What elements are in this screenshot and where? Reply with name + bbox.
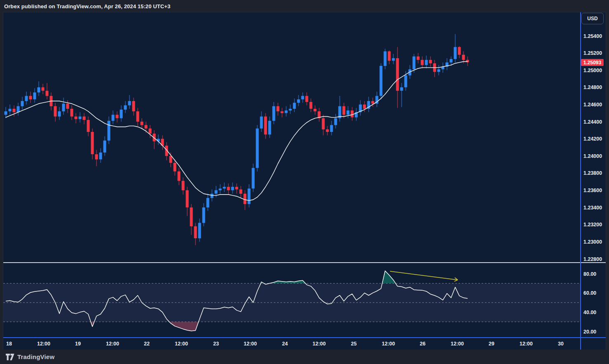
candle-body — [46, 91, 49, 96]
candle-body — [351, 110, 354, 117]
candle-body — [400, 87, 403, 91]
candle-body — [75, 117, 78, 119]
rsi-axis-label[interactable]: 40.00 — [583, 310, 596, 315]
candle-body — [326, 129, 329, 132]
candle-body — [454, 47, 457, 59]
tradingview-published-chart: { "header": { "published_line": "Orbex p… — [0, 0, 609, 364]
candle-body — [190, 207, 193, 226]
price-axis-label[interactable]: 1.22800 — [583, 256, 602, 262]
time-axis-label[interactable]: 12:00 — [106, 341, 119, 347]
price-axis-label[interactable]: 1.23400 — [583, 205, 602, 211]
candle-body — [264, 117, 267, 135]
candle-body — [363, 105, 366, 109]
candle-body — [252, 168, 255, 188]
time-axis-label[interactable]: 12:00 — [175, 341, 188, 347]
price-axis-label[interactable]: 1.24000 — [583, 153, 602, 159]
candle-body — [194, 226, 197, 238]
time-axis-label[interactable]: 12:00 — [520, 341, 533, 347]
tradingview-brand-text[interactable]: TradingView — [17, 353, 54, 360]
candle-body — [202, 207, 205, 223]
chart-frame[interactable]: 1.254001.252001.250001.248001.246001.244… — [3, 12, 606, 350]
candle-body — [260, 117, 263, 129]
candle-body — [268, 121, 271, 134]
time-axis-label[interactable]: 19 — [75, 341, 81, 347]
candle-body — [306, 96, 308, 102]
candle-body — [83, 117, 86, 120]
time-axis-label[interactable]: 22 — [144, 341, 150, 347]
candle-body — [314, 109, 317, 111]
candle-body — [149, 129, 152, 134]
time-axis-label[interactable]: 26 — [420, 341, 426, 347]
footer-bar: TradingView — [0, 350, 609, 364]
candle-body — [112, 115, 115, 121]
candle-body — [384, 52, 387, 66]
candle-body — [25, 96, 28, 101]
candle-body — [120, 110, 123, 118]
candle-body — [231, 187, 234, 190]
candle-body — [437, 69, 440, 72]
time-axis-label[interactable]: 30 — [558, 341, 564, 347]
time-axis-label[interactable]: 24 — [282, 341, 288, 347]
candle-body — [124, 106, 127, 110]
candle-body — [71, 109, 73, 117]
rsi-axis-label[interactable]: 80.00 — [583, 271, 596, 277]
price-axis-label[interactable]: 1.23200 — [583, 222, 602, 228]
candle-body — [223, 187, 226, 188]
candle-body — [211, 194, 214, 198]
price-axis-label[interactable]: 1.23000 — [583, 239, 602, 245]
candle-body — [462, 55, 465, 60]
candle-body — [207, 198, 209, 207]
candle-body — [21, 101, 24, 106]
candle-body — [421, 60, 424, 65]
candle-body — [343, 106, 346, 115]
rsi-axis-label[interactable]: 20.00 — [583, 329, 596, 335]
tradingview-logo-icon[interactable] — [6, 353, 14, 361]
candle-body — [5, 111, 7, 115]
candle-body — [95, 154, 98, 160]
price-axis-label[interactable]: 1.25200 — [583, 50, 602, 56]
candle-body — [281, 111, 284, 113]
candle-body — [169, 156, 172, 163]
time-axis-label[interactable]: 29 — [489, 341, 494, 347]
price-axis-label[interactable]: 1.25000 — [583, 68, 602, 73]
chart-canvas[interactable]: 1.254001.252001.250001.248001.246001.244… — [3, 12, 606, 350]
candle-body — [297, 99, 300, 103]
candle-body — [29, 96, 32, 99]
price-axis-label[interactable]: 1.23600 — [583, 188, 602, 193]
candle-body — [347, 110, 350, 115]
candle-body — [413, 56, 416, 69]
price-axis-label[interactable]: 1.24600 — [583, 102, 602, 108]
candle-body — [388, 52, 391, 61]
candle-body — [215, 190, 218, 194]
candle-body — [79, 117, 82, 119]
time-axis-label[interactable]: 12:00 — [382, 341, 395, 347]
time-axis-label[interactable]: 23 — [213, 341, 219, 347]
candle-body — [334, 118, 337, 125]
currency-toggle-button[interactable]: USD — [581, 13, 604, 24]
time-axis-label[interactable]: 12:00 — [244, 341, 257, 347]
time-axis-label[interactable]: 12:00 — [313, 341, 326, 347]
candle-body — [404, 75, 407, 87]
price-axis-label[interactable]: 1.23800 — [583, 170, 602, 176]
candle-body — [277, 106, 280, 112]
price-axis-label[interactable]: 1.24400 — [583, 119, 602, 125]
last-price-label: 1.25093 — [581, 59, 604, 66]
rsi-axis-label[interactable]: 60.00 — [583, 290, 596, 296]
time-axis-label[interactable]: 18 — [6, 341, 12, 347]
price-axis-label[interactable]: 1.24200 — [583, 136, 602, 142]
candle-body — [91, 132, 94, 154]
published-attribution-text: Orbex published on TradingView.com, Apr … — [4, 3, 170, 9]
candle-body — [293, 103, 296, 109]
time-axis-label[interactable]: 25 — [351, 341, 357, 347]
candle-body — [392, 58, 395, 61]
candle-body — [116, 115, 119, 118]
candle-body — [42, 87, 45, 91]
candle-body — [240, 190, 242, 194]
candle-body — [429, 60, 432, 63]
price-axis-label[interactable]: 1.25400 — [583, 33, 602, 39]
time-axis-label[interactable]: 12:00 — [451, 341, 464, 347]
candle-body — [235, 187, 238, 189]
price-axis-label[interactable]: 1.24800 — [583, 85, 602, 90]
time-axis-label[interactable]: 12:00 — [37, 341, 50, 347]
candle-body — [62, 103, 65, 111]
